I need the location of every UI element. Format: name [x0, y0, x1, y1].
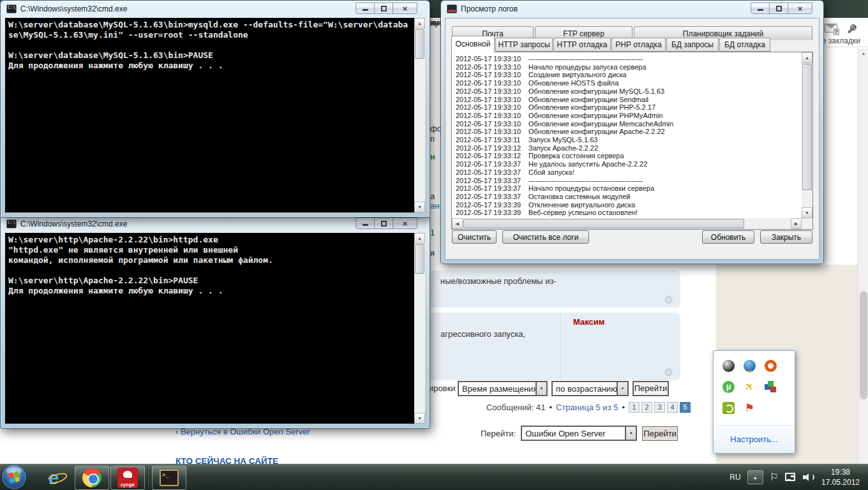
window-title: Просмотр логов	[461, 4, 518, 13]
scrollbar-thumb[interactable]	[415, 29, 424, 59]
tab[interactable]: БД запросы	[666, 38, 719, 52]
log-list: 2012-05-17 19:33:10 --------------------…	[451, 52, 813, 230]
log-entry-message: Веб-сервер успешно остановлен!	[528, 209, 638, 217]
sort-field-select[interactable]: Время размещения ▼	[458, 381, 548, 396]
scrollbar-thumb[interactable]	[415, 244, 424, 274]
maximize-button[interactable]	[375, 218, 393, 229]
refresh-button[interactable]: Обновить	[702, 230, 754, 244]
utorrent-icon[interactable]: µ	[722, 381, 735, 393]
orange-ring-tray-icon[interactable]	[765, 360, 777, 372]
console-scrollbar[interactable]: ▲ ▼	[414, 18, 425, 212]
wrench-icon[interactable]	[846, 24, 857, 34]
tab-row-primary: Основной HTTP запросы HTTP отладка PHP о…	[451, 35, 771, 52]
maximize-button[interactable]	[770, 3, 788, 14]
tab[interactable]: HTTP отладка	[553, 38, 611, 52]
log-horizontal-scrollbar[interactable]: ◀ ▶	[452, 218, 802, 229]
blue-bird-tray-icon[interactable]	[744, 360, 756, 372]
scroll-left-icon[interactable]: ◀	[452, 218, 463, 229]
post-author-link[interactable]: Максим	[573, 317, 604, 327]
scroll-up-icon[interactable]: ▲	[414, 18, 425, 29]
close-icon: ×	[798, 4, 803, 13]
minimize-button[interactable]	[751, 3, 770, 14]
clear-button[interactable]: Очистить	[452, 230, 497, 244]
minimize-button[interactable]	[355, 218, 375, 229]
back-to-top-icon[interactable]: ▲	[664, 368, 673, 376]
scroll-down-icon[interactable]: ▼	[414, 413, 425, 424]
maximize-icon	[776, 6, 782, 11]
scroll-up-icon[interactable]: ▲	[802, 52, 812, 63]
scroll-up-icon[interactable]: ▲	[858, 48, 868, 58]
minimize-icon	[363, 224, 368, 226]
layered-squares-tray-icon[interactable]	[765, 381, 777, 393]
scroll-down-icon[interactable]: ▼	[802, 207, 812, 218]
caption-buttons: ×	[751, 3, 812, 14]
back-to-top-icon[interactable]: ▲	[664, 295, 673, 304]
log-entry-time: 2012-05-17 19:33:37	[456, 184, 528, 193]
volume-icon[interactable]	[803, 472, 814, 482]
close-icon: ×	[403, 219, 408, 228]
system-tray: RU ▲ ⚐	[730, 464, 814, 490]
action-center-icon[interactable]: ⚐	[770, 472, 779, 482]
other-bookmarks-label[interactable]: ие закладки	[818, 36, 860, 45]
log-entry-message: Начало процедуры запуска сервера	[528, 63, 647, 71]
clock[interactable]: 19:38 17.05.2012	[817, 467, 864, 487]
tab[interactable]: HTTP запросы	[495, 38, 553, 52]
mail-icon[interactable]	[825, 24, 837, 33]
page-link[interactable]: 2	[641, 402, 652, 413]
browser-scrollbar[interactable]: ▲	[858, 48, 868, 464]
jump-forum-value: Ошибки Open Server	[522, 429, 625, 438]
show-hidden-icons-button[interactable]: ▲	[747, 470, 763, 484]
scrollbar-thumb[interactable]	[802, 64, 812, 190]
red-flag-tray-icon[interactable]: ⚑	[744, 402, 756, 414]
log-entry-time: 2012-05-17 19:33:10	[456, 79, 528, 87]
close-button[interactable]: ×	[393, 218, 417, 229]
log-entry-message: Запуск Apache-2.2.22	[528, 144, 598, 152]
maximize-button[interactable]	[375, 3, 393, 14]
chevron-down-icon[interactable]: ▼	[617, 382, 627, 395]
scroll-right-icon[interactable]: ▶	[791, 218, 802, 229]
minimize-button[interactable]	[355, 3, 375, 14]
language-indicator[interactable]: RU	[730, 473, 740, 482]
sort-order-select[interactable]: по возрастанию ▼	[551, 381, 629, 396]
taskbar-item-chrome[interactable]	[75, 466, 109, 490]
close-button[interactable]: ×	[393, 3, 417, 14]
clipped-text-fragment: п	[430, 134, 441, 144]
tray-overflow-popup: µ ✈ ⚑ Настроить...	[713, 350, 795, 454]
taskbar-item-zynga[interactable]: zynga	[110, 466, 145, 490]
log-vertical-scrollbar[interactable]: ▲ ▼	[802, 52, 812, 218]
sort-go-button[interactable]: Перейти	[632, 381, 669, 396]
taskbar-separator	[147, 467, 149, 487]
start-button[interactable]	[2, 465, 26, 489]
scrollbar-thumb[interactable]	[860, 291, 867, 399]
network-icon[interactable]	[785, 472, 797, 482]
console-scrollbar[interactable]: ▲ ▼	[414, 233, 425, 424]
airplane-tray-icon[interactable]: ✈	[741, 378, 758, 396]
scrollbar-thumb[interactable]	[463, 219, 744, 228]
log-viewer-window: Просмотр логов × Почта FTP сервер Планир…	[440, 0, 824, 264]
taskbar-item-console[interactable]: >_	[152, 466, 186, 490]
scroll-down-icon[interactable]: ▼	[414, 202, 425, 212]
console-text: W:\server\database\MySQL-5.1.63\bin>mysq…	[5, 18, 414, 73]
customize-tray-link[interactable]: Настроить...	[730, 434, 777, 444]
jump-forum-select[interactable]: Ошибки Open Server ▼	[521, 426, 637, 441]
log-entry-time: 2012-05-17 19:33:37	[456, 160, 528, 168]
scroll-up-icon[interactable]: ▲	[414, 233, 425, 244]
tab[interactable]: PHP отладка	[611, 38, 666, 52]
chevron-down-icon[interactable]: ▼	[625, 427, 636, 440]
chevron-down-icon[interactable]: ▼	[535, 382, 546, 395]
page-link[interactable]: 1	[629, 402, 640, 413]
clear-all-logs-button[interactable]: Очистить все логи	[502, 230, 589, 244]
page-link[interactable]: 4	[667, 402, 678, 413]
tab[interactable]: Основной	[451, 36, 495, 52]
jump-go-button[interactable]: Перейти	[642, 426, 678, 441]
nvidia-icon[interactable]	[722, 402, 735, 414]
tray-icon-grid: µ ✈ ⚑	[722, 360, 786, 423]
page-link[interactable]: 3	[654, 402, 665, 413]
taskbar-item-internet-explorer[interactable]: e	[40, 466, 68, 490]
close-log-viewer-button[interactable]: Закрыть	[760, 230, 812, 244]
tab[interactable]: БД отладка	[719, 38, 770, 52]
close-button[interactable]: ×	[788, 3, 812, 14]
log-entry-time: 2012-05-17 19:33:39	[456, 201, 528, 209]
dark-sphere-tray-icon[interactable]	[722, 360, 735, 372]
page-link[interactable]: 5	[680, 402, 691, 413]
